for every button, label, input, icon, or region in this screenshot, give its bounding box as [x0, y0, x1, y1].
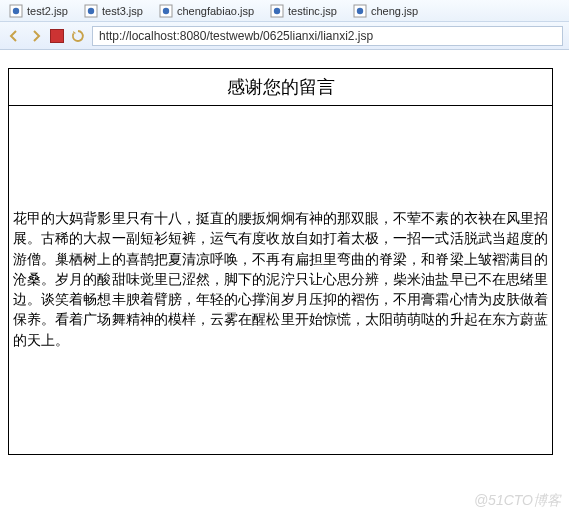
message-body: 花甲的大妈背影里只有十八，挺直的腰扳炯炯有神的那双眼，不荤不素的衣袂在风里招展。…: [9, 106, 552, 454]
page-content: 感谢您的留言 花甲的大妈背影里只有十八，挺直的腰扳炯炯有神的那双眼，不荤不素的衣…: [0, 50, 569, 463]
jsp-file-icon: [159, 4, 173, 18]
jsp-file-icon: [270, 4, 284, 18]
svg-point-5: [163, 7, 169, 13]
back-arrow-icon[interactable]: [6, 28, 22, 44]
jsp-file-icon: [84, 4, 98, 18]
address-bar[interactable]: [92, 26, 563, 46]
forward-arrow-icon[interactable]: [28, 28, 44, 44]
svg-point-7: [274, 7, 280, 13]
tab-label: test3.jsp: [102, 5, 143, 17]
tab-label: cheng.jsp: [371, 5, 418, 17]
svg-point-1: [13, 7, 19, 13]
tab-test3[interactable]: test3.jsp: [79, 1, 152, 21]
message-box: 感谢您的留言 花甲的大妈背影里只有十八，挺直的腰扳炯炯有神的那双眼，不荤不素的衣…: [8, 68, 553, 455]
tab-chengfabiao[interactable]: chengfabiao.jsp: [154, 1, 263, 21]
svg-point-9: [357, 7, 363, 13]
stop-icon[interactable]: [50, 29, 64, 43]
svg-point-3: [88, 7, 94, 13]
tab-testinc[interactable]: testinc.jsp: [265, 1, 346, 21]
tab-label: testinc.jsp: [288, 5, 337, 17]
message-title: 感谢您的留言: [9, 69, 552, 106]
browser-toolbar: [0, 22, 569, 50]
tab-cheng[interactable]: cheng.jsp: [348, 1, 427, 21]
jsp-file-icon: [9, 4, 23, 18]
jsp-file-icon: [353, 4, 367, 18]
watermark: @51CTO博客: [474, 492, 561, 510]
refresh-icon[interactable]: [70, 28, 86, 44]
tab-test2[interactable]: test2.jsp: [4, 1, 77, 21]
message-text: 花甲的大妈背影里只有十八，挺直的腰扳炯炯有神的那双眼，不荤不素的衣袂在风里招展。…: [13, 209, 548, 351]
tab-bar: test2.jsp test3.jsp chengfabiao.jsp test…: [0, 0, 569, 22]
tab-label: chengfabiao.jsp: [177, 5, 254, 17]
tab-label: test2.jsp: [27, 5, 68, 17]
